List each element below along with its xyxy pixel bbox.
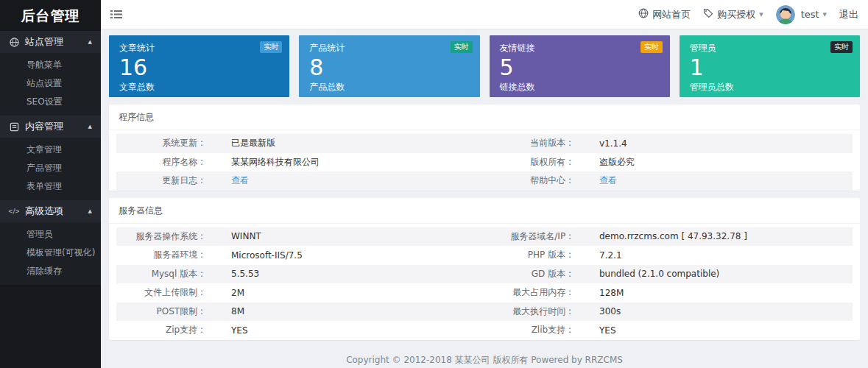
sidebar-toggle-icon[interactable] — [110, 10, 122, 19]
panel-title: 服务器信息 — [109, 198, 860, 224]
help-center-view-link[interactable]: 查看 — [571, 174, 853, 187]
info-value: YES — [203, 325, 487, 336]
user-avatar[interactable] — [776, 5, 795, 24]
sidebar-item-label: 站点管理 — [25, 35, 63, 49]
info-row: 服务器环境 : Microsoft-IIS/7.5 PHP 版本 : 7.2.1 — [116, 246, 853, 265]
username: test — [801, 9, 819, 20]
stat-caption: 链接总数 — [500, 81, 660, 93]
stat-title: 管理员 — [690, 42, 850, 54]
copyright-footer: Copyright © 2012-2018 某某公司 版权所有 Powered … — [109, 347, 860, 368]
info-value: 盗版必究 — [571, 156, 853, 169]
realtime-badge: 实时 — [451, 41, 473, 53]
stat-card-articles: 文章统计 实时 16 文章总数 — [109, 35, 289, 97]
sidebar-item-label: 高级选项 — [25, 205, 63, 218]
info-value: 7.2.1 — [571, 250, 853, 261]
sidebar-item-product-management[interactable]: 产品管理 — [0, 159, 101, 177]
info-label: 版权所有 : — [487, 156, 571, 169]
info-value: WINNT — [203, 231, 487, 241]
info-label: POST限制 : — [116, 305, 203, 318]
sidebar-submenu-content: 文章管理 产品管理 表单管理 — [0, 138, 101, 200]
sidebar-item-article-management[interactable]: 文章管理 — [0, 141, 101, 159]
stat-caption: 产品总数 — [309, 81, 469, 93]
sidebar-item-template-management[interactable]: 模板管理(可视化) — [0, 244, 101, 262]
sidebar-item-advanced-options[interactable]: </> 高级选项 ▲ — [0, 200, 101, 222]
info-row: Mysql 版本 : 5.5.53 GD 版本 : bundled (2.1.0… — [116, 265, 853, 284]
program-info-panel: 程序信息 系统更新 : 已是最新版 当前版本 : v1.1.4 程序名称 : 某… — [109, 105, 860, 191]
app-title: 后台管理 — [0, 0, 101, 31]
info-value: 8M — [203, 306, 487, 316]
info-label: 程序名称 : — [116, 156, 203, 169]
topbar: 网站首页 购买授权 ▼ test ▼ 退出 — [101, 0, 868, 29]
site-home-label: 网站首页 — [652, 8, 691, 21]
chevron-up-icon: ▲ — [88, 39, 92, 45]
chevron-up-icon: ▲ — [88, 124, 92, 130]
topbar-right: 网站首页 购买授权 ▼ test ▼ 退出 — [638, 5, 858, 24]
info-label: 更新日志 : — [116, 174, 203, 187]
sidebar-item-seo-settings[interactable]: SEO设置 — [0, 93, 101, 111]
info-value: v1.1.4 — [571, 138, 853, 149]
info-value: 2M — [203, 288, 487, 298]
info-value: Microsoft-IIS/7.5 — [203, 250, 487, 261]
sidebar-item-label: 内容管理 — [25, 120, 63, 133]
sidebar-item-site-settings[interactable]: 站点设置 — [0, 74, 101, 93]
user-menu[interactable]: test ▼ — [801, 9, 827, 20]
info-label: 帮助中心 : — [487, 174, 571, 187]
info-value: 某某网络科技有限公司 — [203, 156, 487, 169]
info-label: 服务器环境 : — [116, 249, 203, 261]
sidebar-item-administrators[interactable]: 管理员 — [0, 225, 101, 244]
stat-title: 友情链接 — [500, 42, 660, 54]
sidebar-item-nav-menu[interactable]: 导航菜单 — [0, 56, 101, 74]
admin-app: 后台管理 站点管理 ▲ 导航菜单 站点设置 SEO设置 内容管理 ▲ — [0, 0, 868, 368]
chevron-up-icon: ▲ — [88, 208, 92, 214]
info-row: 文件上传限制 : 2M 最大占用内存 : 128M — [116, 283, 853, 302]
info-label: 系统更新 : — [116, 137, 203, 149]
stat-value: 16 — [119, 55, 279, 80]
tag-icon — [703, 8, 713, 21]
program-info-table: 系统更新 : 已是最新版 当前版本 : v1.1.4 程序名称 : 某某网络科技… — [116, 134, 853, 191]
stat-card-admins: 管理员 实时 1 管理员总数 — [680, 35, 860, 97]
site-home-link[interactable]: 网站首页 — [638, 8, 691, 21]
stat-value: 8 — [309, 55, 469, 80]
sidebar-section-content: 内容管理 ▲ 文章管理 产品管理 表单管理 — [0, 116, 101, 200]
logout-link[interactable]: 退出 — [839, 8, 858, 21]
chevron-down-icon: ▼ — [823, 12, 827, 18]
buy-license-menu[interactable]: 购买授权 ▼ — [703, 8, 763, 21]
stat-title: 产品统计 — [309, 42, 469, 54]
sidebar-item-clear-cache[interactable]: 清除缓存 — [0, 262, 101, 280]
info-row: 更新日志 : 查看 帮助中心 : 查看 — [116, 171, 853, 191]
globe-icon — [638, 8, 649, 21]
content-icon — [9, 121, 19, 132]
info-value: 5.5.53 — [203, 269, 487, 279]
info-label: GD 版本 : — [487, 268, 571, 280]
stat-caption: 管理员总数 — [690, 81, 850, 93]
code-icon: </> — [9, 206, 19, 216]
info-label: 服务器操作系统 : — [116, 230, 203, 243]
realtime-badge: 实时 — [641, 41, 663, 53]
info-row: 系统更新 : 已是最新版 当前版本 : v1.1.4 — [116, 134, 853, 153]
stat-card-links: 友情链接 实时 5 链接总数 — [490, 35, 670, 97]
info-label: PHP 版本 : — [487, 249, 571, 261]
info-row: Zip支持 : YES Zlib支持 : YES — [116, 321, 853, 340]
sidebar-item-site-management[interactable]: 站点管理 ▲ — [0, 31, 101, 53]
stat-cards: 文章统计 实时 16 文章总数 产品统计 实时 8 产品总数 友情链接 实时 5… — [109, 35, 860, 97]
stat-card-products: 产品统计 实时 8 产品总数 — [299, 35, 479, 97]
stat-title: 文章统计 — [119, 42, 279, 54]
stat-value: 5 — [500, 55, 660, 80]
sidebar: 后台管理 站点管理 ▲ 导航菜单 站点设置 SEO设置 内容管理 ▲ — [0, 0, 101, 368]
server-info-table: 服务器操作系统 : WINNT 服务器域名/IP : demo.rrzcms.c… — [116, 227, 853, 340]
info-value: YES — [571, 325, 853, 336]
sidebar-submenu-advanced: 管理员 模板管理(可视化) 清除缓存 — [0, 222, 101, 285]
sidebar-item-form-management[interactable]: 表单管理 — [0, 177, 101, 196]
info-value: demo.rrzcms.com [ 47.93.32.78 ] — [571, 231, 853, 241]
info-label: 文件上传限制 : — [116, 286, 203, 299]
info-label: Zlib支持 : — [487, 324, 571, 336]
changelog-view-link[interactable]: 查看 — [203, 174, 487, 187]
info-label: 最大执行时间 : — [487, 305, 571, 318]
sidebar-submenu-site: 导航菜单 站点设置 SEO设置 — [0, 53, 101, 116]
buy-license-label: 购买授权 — [717, 8, 755, 21]
info-label: Zip支持 : — [116, 324, 203, 336]
content: 文章统计 实时 16 文章总数 产品统计 实时 8 产品总数 友情链接 实时 5… — [101, 29, 868, 368]
info-value: 已是最新版 — [203, 137, 487, 149]
sidebar-item-content-management[interactable]: 内容管理 ▲ — [0, 116, 101, 138]
realtime-badge: 实时 — [830, 41, 853, 53]
